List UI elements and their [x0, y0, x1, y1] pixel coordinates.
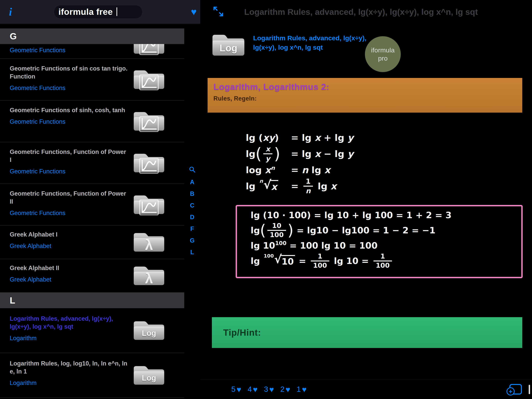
close-paren: )	[274, 147, 280, 160]
radicand: 10	[281, 255, 295, 267]
denominator: 100	[311, 260, 329, 269]
tip-banner-label: Tip/Hint:	[223, 327, 261, 338]
formula-rhs: = 1n lg x	[291, 178, 336, 194]
folder-glyph: Log	[211, 39, 246, 57]
favorites-heart-icon[interactable]: ♥	[191, 7, 197, 17]
tip-banner: Tip/Hint:	[212, 317, 522, 348]
math-variable: x	[266, 145, 270, 153]
heart-icon: ♥	[269, 386, 274, 393]
sidebar: i iformula free ♥ GGeometric FunctionsGe…	[0, 0, 200, 399]
rating-button-5[interactable]: 5♥	[231, 385, 241, 393]
open-paren: (	[255, 147, 262, 160]
list-item[interactable]: Geometric Functions of sinh, cosh, tanhG…	[0, 101, 184, 142]
list-item[interactable]: Logarithm Rules, log, log10, ln, ln e^n,…	[0, 353, 184, 398]
list-item[interactable]: Geometric Functions	[0, 44, 184, 59]
sidebar-body: GGeometric FunctionsGeometric Functions …	[0, 24, 200, 399]
item-category-link[interactable]: Greek Alphabet	[10, 243, 51, 250]
folder-glyph	[133, 116, 165, 132]
item-category-link[interactable]: Greek Alphabet	[10, 276, 51, 283]
info-icon[interactable]: i	[9, 6, 12, 18]
denominator: 100	[374, 260, 392, 269]
list-item[interactable]: Greek Alphabet IGreek Alphabetλ	[0, 225, 184, 259]
log-folder-icon: Log	[133, 363, 165, 388]
item-category-link[interactable]: Geometric Functions	[10, 118, 65, 125]
formula-rhs: = n lg x	[291, 165, 330, 175]
item-title: Logarithm Rules, log, log10, ln, ln e^n,…	[10, 360, 128, 376]
rating-value: 3	[264, 385, 268, 393]
rating-button-1[interactable]: 1♥	[297, 385, 307, 393]
formula-row: lg (xy)= lg x + lg y	[246, 132, 354, 143]
formula-row: lg(xy)= lg x − lg y	[246, 145, 354, 162]
rating-button-2[interactable]: 2♥	[280, 385, 290, 393]
formula-rhs: = lg x − lg y	[291, 148, 354, 159]
scrollbar-thumb[interactable]	[529, 385, 530, 394]
item-category-link[interactable]: Geometric Functions	[10, 47, 65, 54]
section-header-l: L	[0, 293, 184, 308]
folder-glyph: λ	[133, 237, 165, 253]
index-letter-b[interactable]: B	[190, 191, 194, 197]
detail-content: Log Logarithm Rules, advanced, lg(x÷y), …	[200, 24, 532, 380]
root-index: n	[259, 178, 263, 184]
index-letter-g[interactable]: G	[190, 238, 195, 244]
radical-icon: √	[263, 180, 272, 189]
formula-row: log xn= n lg x	[246, 164, 354, 175]
numerator: 1	[315, 253, 325, 260]
folder-glyph: Log	[133, 370, 165, 386]
math-variable: x	[271, 181, 277, 192]
item-title: Greek Alphabet I	[10, 231, 128, 239]
heart-icon: ♥	[286, 386, 290, 393]
chart-folder-icon	[133, 109, 165, 134]
math-variable: y	[347, 132, 354, 143]
item-category-link[interactable]: Logarithm	[10, 380, 37, 386]
index-letter-c[interactable]: C	[190, 202, 194, 208]
formula-lhs: lg(xy)	[246, 145, 291, 162]
index-letter-d[interactable]: D	[190, 214, 194, 220]
math-variable: y	[266, 154, 270, 162]
item-category-link[interactable]: Geometric Functions	[10, 168, 65, 175]
index-letter-l[interactable]: L	[190, 249, 194, 255]
list-item[interactable]: Geometric Functions, Function of Power I…	[0, 184, 184, 225]
detail-pane: Logarithm Rules, advanced, lg(x÷y), lg(x…	[200, 0, 532, 399]
math-variable: n	[271, 165, 275, 171]
list-item[interactable]: Geometric Functions of sin cos tan trigo…	[0, 59, 184, 101]
log-folder-icon: Log	[211, 31, 246, 59]
rating-value: 4	[248, 385, 252, 393]
math-variable: n	[306, 187, 310, 195]
math-variable: n	[259, 178, 263, 184]
doc-title: Logarithm Rules, advanced, lg(x÷y), lg(x…	[253, 33, 367, 59]
numerator: 1	[378, 253, 387, 260]
iformula-pro-badge[interactable]: iformula pro	[365, 36, 401, 72]
list-item[interactable]: Greek Alphabet IIGreek Alphabetλ	[0, 259, 184, 293]
folder-glyph	[133, 158, 165, 174]
math-variable: x	[265, 165, 271, 175]
add-to-collection-icon[interactable]: +	[509, 384, 522, 394]
index-letter-a[interactable]: A	[190, 179, 194, 185]
list-item[interactable]: Logarithm Rules, advanced, lg(x÷y), lg(x…	[0, 308, 184, 353]
plus-circle-icon: +	[507, 387, 515, 395]
index-rail-column: ABCDFGL	[189, 166, 196, 255]
expand-icon[interactable]	[212, 6, 224, 18]
denominator: n	[303, 186, 313, 195]
denominator: y	[263, 153, 272, 162]
superscript: 100	[275, 240, 286, 246]
formula-block: lg (xy)= lg x + lg ylg(xy)= lg x − lg yl…	[246, 132, 354, 197]
index-letter-f[interactable]: F	[190, 226, 194, 232]
open-paren: (	[260, 224, 266, 237]
item-category-link[interactable]: Logarithm	[10, 335, 37, 342]
fraction: 1n	[303, 178, 313, 194]
item-category-link[interactable]: Geometric Functions	[10, 84, 65, 91]
formula-rhs: = lg x + lg y	[291, 132, 354, 143]
detail-topbar-title: Logarithm Rules, advanced, lg(x÷y), lg(x…	[244, 7, 478, 17]
rating-button-4[interactable]: 4♥	[248, 385, 258, 393]
folder-glyph	[133, 74, 165, 90]
nth-root: 100√10	[264, 255, 295, 267]
example-row: lg 10100 = 100 lg 10 = 100	[251, 240, 517, 251]
detail-topbar: Logarithm Rules, advanced, lg(x÷y), lg(x…	[200, 0, 532, 24]
root-index: 100	[264, 253, 274, 259]
list-item[interactable]: Geometric Functions, Function of Power I…	[0, 142, 184, 184]
rating-button-3[interactable]: 3♥	[264, 385, 274, 393]
item-category-link[interactable]: Geometric Functions	[10, 210, 65, 217]
close-paren: )	[288, 224, 294, 237]
fraction: 10100	[267, 222, 286, 238]
search-icon[interactable]	[189, 166, 196, 173]
